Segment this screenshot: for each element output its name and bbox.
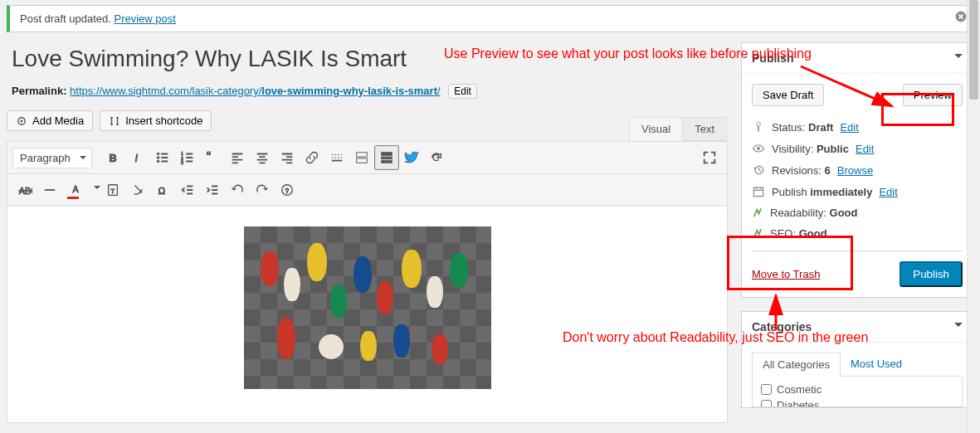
category-checkbox[interactable] xyxy=(761,384,772,395)
clear-format-button[interactable] xyxy=(125,178,150,202)
chevron-up-icon xyxy=(954,54,963,62)
readability-row: Readability: Good xyxy=(752,202,963,223)
svg-point-30 xyxy=(757,122,761,126)
svg-text:A: A xyxy=(73,184,80,194)
svg-point-2 xyxy=(21,119,23,122)
permalink-url[interactable]: https://www.sightmd.com/lasik-category/l… xyxy=(70,85,441,97)
italic-button[interactable]: I xyxy=(125,145,150,170)
svg-point-6 xyxy=(157,157,159,159)
edit-visibility-link[interactable]: Edit xyxy=(856,143,874,155)
redo-button[interactable] xyxy=(250,178,275,202)
svg-rect-14 xyxy=(382,153,392,156)
categories-postbox: Categories All Categories Most Used Cosm… xyxy=(741,311,973,408)
publish-postbox: Publish Save Draft Preview Status: Draft… xyxy=(741,42,973,298)
browse-revisions-link[interactable]: Browse xyxy=(837,164,873,177)
notice-text: Post draft updated. xyxy=(20,12,114,25)
category-item[interactable]: Cosmetic xyxy=(761,382,953,397)
shortcode-icon xyxy=(109,115,120,127)
admin-notice: Post draft updated. Preview post xyxy=(7,5,973,32)
twitter-button[interactable] xyxy=(399,145,424,170)
editor-tabs: Visual Text xyxy=(629,117,727,141)
paste-text-button[interactable]: T xyxy=(100,178,125,202)
bullet-list-button[interactable] xyxy=(150,145,175,170)
svg-rect-33 xyxy=(753,187,763,196)
editor-container: Visual Text Paragraph B I 123 “ xyxy=(7,141,728,423)
yoast-icon xyxy=(752,207,763,219)
post-image[interactable] xyxy=(244,226,491,389)
svg-point-7 xyxy=(157,160,159,163)
editor-body[interactable] xyxy=(7,207,727,422)
indent-button[interactable] xyxy=(200,178,225,202)
strikethrough-button[interactable]: ABC xyxy=(12,178,37,202)
permalink-label: Permalink: xyxy=(12,85,66,97)
align-right-button[interactable] xyxy=(275,145,300,170)
quote-button[interactable]: “ xyxy=(200,145,225,170)
permalink-row: Permalink: https://www.sightmd.com/lasik… xyxy=(7,82,728,109)
align-center-button[interactable] xyxy=(250,145,275,170)
category-list[interactable]: Cosmetic Diabetes xyxy=(752,376,963,407)
svg-rect-13 xyxy=(357,158,368,163)
outdent-button[interactable] xyxy=(175,178,200,202)
eye-icon xyxy=(752,142,765,155)
edit-schedule-link[interactable]: Edit xyxy=(879,186,897,198)
svg-point-5 xyxy=(157,153,159,155)
toolbar-toggle-button[interactable] xyxy=(374,145,399,170)
svg-rect-16 xyxy=(386,157,388,159)
preview-post-link[interactable]: Preview post xyxy=(114,12,175,25)
svg-text:Ω: Ω xyxy=(158,185,166,196)
revisions-row: Revisions: 6 Browse xyxy=(752,159,963,181)
publish-heading[interactable]: Publish xyxy=(742,43,973,74)
help-button[interactable]: ? xyxy=(275,178,300,202)
move-to-trash-link[interactable]: Move to Trash xyxy=(752,268,820,280)
text-color-button[interactable]: A xyxy=(62,178,90,202)
more-button[interactable] xyxy=(324,145,349,170)
bold-button[interactable]: B xyxy=(100,145,125,170)
svg-rect-12 xyxy=(357,153,368,157)
tab-visual[interactable]: Visual xyxy=(629,117,683,141)
chevron-up-icon xyxy=(954,323,963,331)
undo-button[interactable] xyxy=(225,178,250,202)
fullscreen-button[interactable] xyxy=(697,145,722,170)
svg-text:T: T xyxy=(110,187,115,195)
category-checkbox[interactable] xyxy=(761,400,772,407)
close-icon[interactable] xyxy=(954,10,968,27)
hr-button[interactable] xyxy=(37,178,62,202)
svg-rect-17 xyxy=(389,157,392,159)
number-list-button[interactable]: 123 xyxy=(175,145,200,170)
edit-permalink-button[interactable]: Edit xyxy=(448,84,477,99)
page-break-button[interactable] xyxy=(349,145,374,170)
edit-status-link[interactable]: Edit xyxy=(840,121,858,134)
svg-text:B: B xyxy=(110,153,117,164)
visibility-row: Visibility: Public Edit xyxy=(752,138,963,159)
preview-button[interactable]: Preview xyxy=(903,84,963,106)
svg-rect-15 xyxy=(382,157,386,159)
editor-toolbar-2: ABC A T Ω ? xyxy=(7,174,727,207)
svg-text:?: ? xyxy=(285,187,289,195)
tab-most-used[interactable]: Most Used xyxy=(841,353,912,377)
seo-row: SEO: Good xyxy=(752,223,963,244)
yoast-icon xyxy=(752,228,763,240)
publish-button[interactable]: Publish xyxy=(900,261,963,287)
format-select[interactable]: Paragraph xyxy=(12,148,92,168)
categories-heading[interactable]: Categories xyxy=(742,312,973,343)
save-draft-button[interactable]: Save Draft xyxy=(752,84,824,106)
schedule-row: Publish immediately Edit xyxy=(752,181,963,202)
revisions-icon xyxy=(752,163,765,177)
link-button[interactable] xyxy=(300,145,324,170)
refresh-button[interactable] xyxy=(424,145,449,170)
svg-text:I: I xyxy=(134,153,138,164)
pin-icon xyxy=(752,120,765,134)
camera-icon xyxy=(16,115,27,127)
category-item[interactable]: Diabetes xyxy=(761,397,953,407)
tab-all-categories[interactable]: All Categories xyxy=(752,353,841,377)
align-left-button[interactable] xyxy=(225,145,250,170)
vertical-scrollbar[interactable] xyxy=(967,0,980,433)
post-title-input[interactable] xyxy=(7,42,728,82)
tab-text[interactable]: Text xyxy=(683,117,727,141)
special-char-button[interactable]: Ω xyxy=(150,178,175,202)
add-media-button[interactable]: Add Media xyxy=(7,110,93,131)
svg-rect-19 xyxy=(386,161,388,163)
svg-point-31 xyxy=(757,147,759,149)
editor-toolbar-1: Paragraph B I 123 “ xyxy=(7,142,727,174)
insert-shortcode-button[interactable]: Insert shortcode xyxy=(100,110,212,131)
